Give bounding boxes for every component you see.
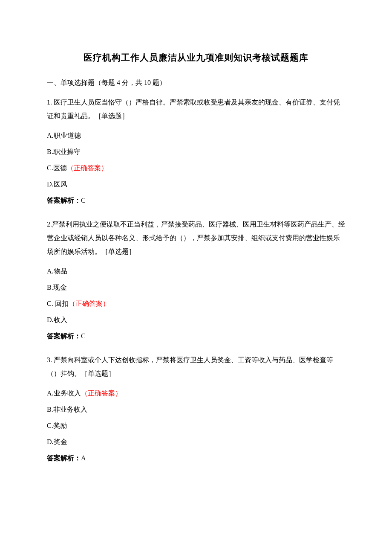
q2-analysis-value: C [81,332,86,340]
q1-option-c: C.医德（正确答案） [47,163,345,173]
q2-option-b: B.现金 [47,282,345,293]
q2-option-c-text: C. 回扣 [47,300,69,307]
q2-stem: 2.严禁利用执业之便谋取不正当利益，严禁接受药品、医疗器械、医用卫生材料等医药产… [47,218,345,259]
q3-stem: 3. 严禁向科室或个人下达创收指标，严禁将医疗卫生人员奖金、工资等收入与药品、医… [47,353,345,381]
q1-option-c-text: C.医德 [47,164,67,171]
question-2: 2.严禁利用执业之便谋取不正当利益，严禁接受药品、医疗器械、医用卫生材料等医药产… [47,218,345,341]
q2-analysis-label: 答案解析： [47,332,81,340]
q3-option-d: D.奖金 [47,437,345,447]
q2-correct-marker: （正确答案） [69,300,110,307]
document-title: 医疗机构工作人员廉洁从业九项准则知识考核试题题库 [47,51,345,65]
question-3: 3. 严禁向科室或个人下达创收指标，严禁将医疗卫生人员奖金、工资等收入与药品、医… [47,353,345,463]
section-header: 一、单项选择题（每题 4 分，共 10 题） [47,78,345,88]
q3-analysis-label: 答案解析： [47,454,81,462]
q1-option-a: A.职业道德 [47,131,345,141]
q2-analysis: 答案解析：C [47,331,345,341]
q3-analysis-value: A [81,454,86,462]
q1-analysis: 答案解析：C [47,195,345,206]
q1-stem: 1. 医疗卫生人员应当恪守（）严格自律。严禁索取或收受患者及其亲友的现金、有价证… [47,96,345,123]
question-1: 1. 医疗卫生人员应当恪守（）严格自律。严禁索取或收受患者及其亲友的现金、有价证… [47,96,345,206]
q1-correct-marker: （正确答案） [67,164,108,171]
q3-option-a: A.业务收入（正确答案） [47,388,345,398]
q3-analysis: 答案解析：A [47,453,345,463]
q3-option-c: C.奖励 [47,421,345,431]
q1-option-b: B.职业操守 [47,147,345,157]
q3-correct-marker: （正确答案） [81,389,122,397]
q1-analysis-value: C [81,197,86,204]
q2-option-a: A.物品 [47,266,345,276]
q2-option-c: C. 回扣（正确答案） [47,299,345,309]
q1-analysis-label: 答案解析： [47,197,81,204]
q3-option-a-text: A.业务收入 [47,389,81,397]
q2-option-d: D.收入 [47,315,345,325]
q1-option-d: D.医风 [47,179,345,189]
q3-option-b: B.非业务收入 [47,404,345,415]
